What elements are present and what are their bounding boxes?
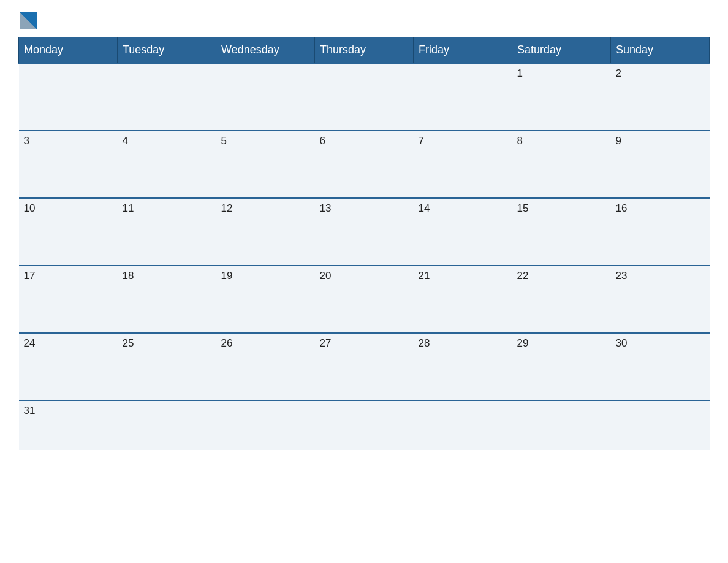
day-number: 4	[123, 135, 211, 147]
calendar-cell: 8	[512, 131, 611, 198]
calendar-cell: 20	[315, 266, 414, 333]
day-header-friday: Friday	[414, 37, 512, 64]
day-number: 14	[419, 202, 507, 215]
calendar-cell	[611, 400, 710, 450]
calendar-body: 1234567891011121314151617181920212223242…	[19, 63, 710, 450]
calendar-cell: 23	[611, 266, 710, 333]
calendar-cell	[315, 63, 414, 131]
calendar-cell: 21	[414, 266, 512, 333]
calendar-cell: 15	[512, 198, 611, 266]
day-number: 24	[24, 337, 113, 350]
day-number: 6	[320, 135, 409, 147]
calendar-week-row: 24252627282930	[19, 333, 710, 400]
calendar-cell	[315, 400, 414, 450]
calendar-cell	[118, 63, 216, 131]
calendar-cell: 6	[315, 131, 414, 198]
calendar-table: MondayTuesdayWednesdayThursdayFridaySatu…	[18, 37, 710, 450]
day-number: 31	[24, 405, 113, 417]
day-number: 28	[419, 337, 507, 350]
calendar-cell: 3	[19, 131, 118, 198]
day-number: 26	[221, 337, 310, 350]
calendar-cell	[19, 63, 118, 131]
day-number: 12	[221, 202, 310, 215]
calendar-cell	[216, 400, 315, 450]
page-header	[18, 12, 710, 31]
day-number: 18	[123, 270, 211, 282]
day-number: 20	[320, 270, 409, 282]
calendar-cell: 28	[414, 333, 512, 400]
day-number: 22	[517, 270, 606, 282]
day-number: 30	[616, 337, 705, 350]
day-number: 25	[123, 337, 211, 350]
calendar-week-row: 10111213141516	[19, 198, 710, 266]
calendar-cell: 7	[414, 131, 512, 198]
day-header-wednesday: Wednesday	[216, 37, 315, 64]
calendar-cell	[216, 63, 315, 131]
calendar-cell	[414, 400, 512, 450]
calendar-cell: 11	[118, 198, 216, 266]
calendar-cell: 30	[611, 333, 710, 400]
day-number: 23	[616, 270, 705, 282]
calendar-cell: 22	[512, 266, 611, 333]
day-number: 8	[517, 135, 606, 147]
logo-icon	[20, 12, 37, 29]
calendar-cell: 12	[216, 198, 315, 266]
calendar-cell: 14	[414, 198, 512, 266]
day-number: 1	[517, 67, 606, 80]
calendar-cell: 9	[611, 131, 710, 198]
calendar-cell: 31	[19, 400, 118, 450]
day-header-monday: Monday	[19, 37, 118, 64]
day-number: 21	[419, 270, 507, 282]
day-number: 27	[320, 337, 409, 350]
calendar-cell: 13	[315, 198, 414, 266]
calendar-cell: 5	[216, 131, 315, 198]
calendar-cell: 26	[216, 333, 315, 400]
day-number: 11	[123, 202, 211, 215]
calendar-week-row: 17181920212223	[19, 266, 710, 333]
day-number: 19	[221, 270, 310, 282]
calendar-header-row: MondayTuesdayWednesdayThursdayFridaySatu…	[19, 37, 710, 64]
calendar-cell: 19	[216, 266, 315, 333]
calendar-cell: 10	[19, 198, 118, 266]
calendar-cell	[118, 400, 216, 450]
calendar-cell: 27	[315, 333, 414, 400]
logo	[18, 12, 37, 31]
calendar-cell	[512, 400, 611, 450]
calendar-week-row: 12	[19, 63, 710, 131]
day-number: 10	[24, 202, 113, 215]
calendar-cell: 16	[611, 198, 710, 266]
day-number: 16	[616, 202, 705, 215]
calendar-cell	[414, 63, 512, 131]
calendar-cell: 17	[19, 266, 118, 333]
calendar-cell: 29	[512, 333, 611, 400]
day-number: 2	[616, 67, 705, 80]
day-number: 5	[221, 135, 310, 147]
calendar-week-row: 3456789	[19, 131, 710, 198]
day-number: 7	[419, 135, 507, 147]
calendar-cell: 25	[118, 333, 216, 400]
day-header-tuesday: Tuesday	[118, 37, 216, 64]
day-number: 9	[616, 135, 705, 147]
day-header-saturday: Saturday	[512, 37, 611, 64]
day-number: 13	[320, 202, 409, 215]
day-header-sunday: Sunday	[611, 37, 710, 64]
day-number: 3	[24, 135, 113, 147]
calendar-cell: 4	[118, 131, 216, 198]
day-number: 15	[517, 202, 606, 215]
calendar-cell: 1	[512, 63, 611, 131]
day-header-thursday: Thursday	[315, 37, 414, 64]
calendar-cell: 2	[611, 63, 710, 131]
calendar-week-row: 31	[19, 400, 710, 450]
day-number: 17	[24, 270, 113, 282]
calendar-cell: 24	[19, 333, 118, 400]
day-number: 29	[517, 337, 606, 350]
calendar-cell: 18	[118, 266, 216, 333]
